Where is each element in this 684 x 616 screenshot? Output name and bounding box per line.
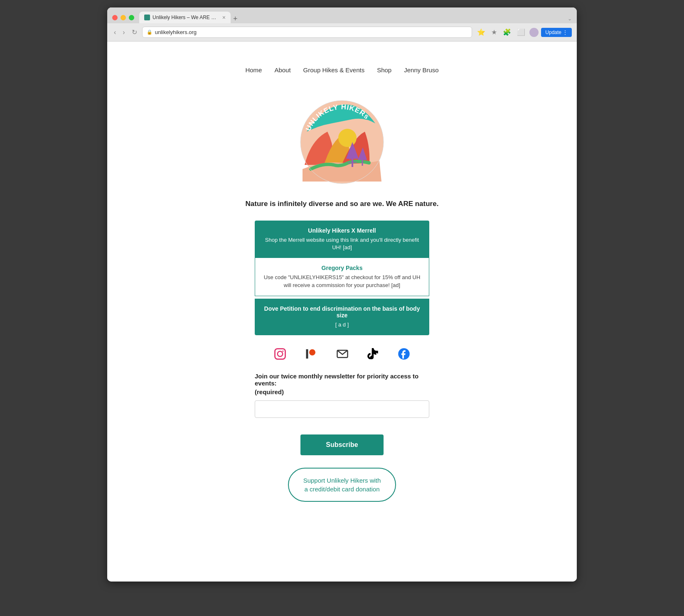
forward-button[interactable]: › (121, 28, 126, 37)
traffic-lights (112, 15, 134, 20)
extensions-icon[interactable]: 🧩 (501, 27, 513, 37)
email-icon[interactable] (336, 348, 349, 360)
svg-rect-11 (275, 348, 285, 359)
tab-bar: Unlikely Hikers – We ARE Natu… × + ⌄ (139, 12, 572, 23)
minimize-button[interactable] (121, 15, 126, 20)
close-button[interactable] (112, 15, 118, 20)
back-button[interactable]: ‹ (112, 28, 118, 37)
newsletter-sublabel: (required) (255, 388, 429, 395)
gregory-card[interactable]: Gregory Packs Use code "UNLIKELYHIKERS15… (255, 258, 429, 296)
svg-point-13 (282, 351, 283, 352)
url-bar[interactable]: 🔒 unlikelyhikers.org (142, 27, 472, 38)
maximize-button[interactable] (129, 15, 134, 20)
svg-point-12 (278, 351, 283, 357)
menu-dots-icon: ⋮ (563, 29, 568, 35)
svg-rect-15 (306, 349, 308, 359)
nav-jenny[interactable]: Jenny Bruso (404, 66, 438, 74)
svg-point-14 (309, 349, 315, 356)
newsletter-label: Join our twice monthly newsletter for pr… (255, 373, 429, 387)
tab-title: Unlikely Hikers – We ARE Natu… (153, 15, 220, 20)
address-bar: ‹ › ↻ 🔒 unlikelyhikers.org ⭐ ★ 🧩 ⬜ Updat… (107, 23, 577, 41)
merrell-card[interactable]: Unlikely Hikers X Merrell Shop the Merre… (255, 221, 429, 258)
update-button[interactable]: Update ⋮ (541, 28, 572, 37)
merrell-card-desc: Shop the Merrell website using this link… (263, 236, 421, 251)
tab-right: ⌄ (568, 16, 572, 23)
nav-group-hikes[interactable]: Group Hikes & Events (303, 66, 365, 74)
newsletter-section: Join our twice monthly newsletter for pr… (255, 373, 429, 418)
facebook-icon[interactable] (398, 348, 410, 360)
tagline: Nature is infinitely diverse and so are … (246, 200, 439, 208)
svg-text:are: are (349, 156, 354, 160)
dove-card[interactable]: Dove Petition to end discrimination on t… (255, 299, 429, 335)
active-tab[interactable]: Unlikely Hikers – We ARE Natu… × (139, 12, 231, 23)
gregory-card-desc: Use code "UNLIKELYHIKERS15" at checkout … (263, 274, 421, 289)
profile-icon[interactable]: ⬜ (515, 27, 527, 37)
new-tab-button[interactable]: + (231, 15, 239, 23)
email-input[interactable] (255, 400, 429, 418)
reload-button[interactable]: ↻ (130, 27, 139, 37)
social-row (274, 348, 410, 360)
cards-container: Unlikely Hikers X Merrell Shop the Merre… (255, 221, 429, 335)
url-text: unlikelyhikers.org (155, 29, 197, 35)
dove-card-desc: [ a d ] (263, 321, 421, 329)
nav-home[interactable]: Home (245, 66, 262, 74)
instagram-icon[interactable] (274, 348, 286, 360)
bookmark-icon[interactable]: ⭐ (475, 27, 487, 37)
page-content: Home About Group Hikes & Events Shop Jen… (107, 42, 577, 582)
gregory-card-title: Gregory Packs (263, 265, 421, 271)
star-icon[interactable]: ★ (490, 27, 499, 37)
main-nav: Home About Group Hikes & Events Shop Jen… (245, 66, 438, 74)
toolbar-right: ⭐ ★ 🧩 ⬜ Update ⋮ (475, 27, 572, 37)
nav-about[interactable]: About (274, 66, 290, 74)
tiktok-icon[interactable] (367, 348, 379, 360)
nav-shop[interactable]: Shop (377, 66, 391, 74)
support-button[interactable]: Support Unlikely Hikers with a credit/de… (288, 468, 396, 502)
lock-icon: 🔒 (147, 29, 153, 35)
subscribe-button[interactable]: Subscribe (300, 434, 384, 455)
dove-card-title: Dove Petition to end discrimination on t… (263, 305, 421, 319)
site-logo: we are nature UNLIKELY HIKERs (298, 98, 386, 187)
svg-point-1 (338, 129, 357, 147)
tab-close-icon[interactable]: × (222, 14, 226, 21)
chevron-down-icon: ⌄ (568, 16, 572, 22)
merrell-card-title: Unlikely Hikers X Merrell (263, 227, 421, 234)
tab-favicon (144, 15, 150, 20)
avatar[interactable] (529, 28, 539, 37)
patreon-icon[interactable] (305, 348, 317, 360)
